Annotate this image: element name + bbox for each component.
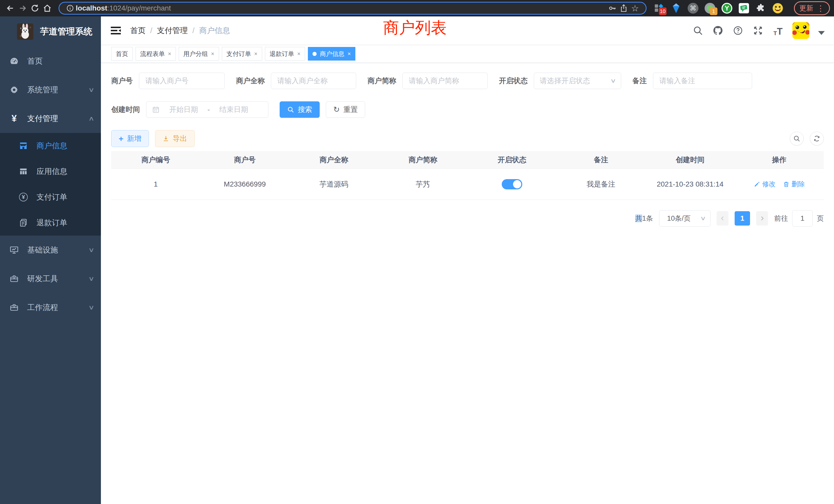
create-time-range-picker[interactable]: 开始日期 - 结束日期 — [146, 101, 268, 118]
table-header-row: 商户编号 商户号 商户全称 商户简称 开启状态 备注 创建时间 操作 — [111, 151, 824, 168]
user-avatar[interactable] — [792, 22, 809, 39]
extension-tiles-icon[interactable]: 10 — [654, 3, 664, 14]
monitor-chart-icon — [9, 245, 19, 255]
status-select[interactable]: 请选择开启状态 ∨ — [534, 73, 621, 89]
pagination-total: 共1条 — [635, 214, 653, 223]
close-icon[interactable]: × — [168, 50, 171, 57]
address-bar[interactable]: localhost:1024/pay/merchant ☆ — [59, 2, 646, 15]
remark-input[interactable] — [659, 76, 746, 85]
share-icon[interactable] — [618, 3, 629, 14]
yen-icon: ¥ — [9, 114, 19, 123]
sidebar-item-home[interactable]: 首页 — [0, 47, 101, 75]
browser-back-icon[interactable] — [4, 2, 17, 14]
start-date-placeholder[interactable]: 开始日期 — [164, 105, 203, 114]
font-size-icon[interactable]: TT — [772, 25, 784, 36]
sidebar-item-workflow[interactable]: 工作流程 ∨ — [0, 293, 101, 322]
field-remark: 备注 — [632, 73, 752, 89]
merchant-fullname-input[interactable] — [277, 76, 350, 85]
bookmark-star-icon[interactable]: ☆ — [629, 3, 641, 14]
close-icon[interactable]: × — [347, 50, 351, 57]
close-icon[interactable]: × — [254, 50, 258, 57]
url-host: localhost — [76, 4, 107, 12]
reset-button[interactable]: ↻ 重置 — [326, 101, 365, 118]
breadcrumb-current: 商户信息 — [199, 25, 230, 36]
page-number-1[interactable]: 1 — [734, 211, 750, 226]
sidebar: 芋道管理系统 首页 系统管理 ∨ ¥ 支付管理 ∧ — [0, 17, 101, 504]
extension-badge: 10 — [659, 7, 666, 15]
chrome-update-button[interactable]: 更新 ⋮ — [794, 1, 830, 15]
search-form-row-1: 商户号 商户全称 商户简称 开启状态 请选择开启状态 — [111, 73, 824, 89]
merchant-shortname-input[interactable] — [408, 76, 482, 85]
sidebar-item-infra[interactable]: 基础设施 ∨ — [0, 235, 101, 264]
store-icon — [19, 141, 28, 150]
sidebar-logo[interactable]: 芋道管理系统 — [0, 17, 101, 47]
prev-page-button[interactable] — [717, 211, 728, 226]
pagination: 共1条 10条/页 ∨ 1 前往 页 — [111, 210, 824, 227]
breadcrumb-home[interactable]: 首页 — [130, 25, 146, 36]
chevron-down-icon: ∨ — [88, 275, 95, 282]
tab-home[interactable]: 首页 — [111, 47, 133, 61]
tab-pay-order[interactable]: 支付订单 × — [222, 47, 262, 61]
extensions-puzzle-icon[interactable] — [755, 3, 766, 14]
extension-command-icon[interactable]: ⌘ — [688, 3, 698, 14]
extension-gem-icon[interactable] — [671, 3, 681, 14]
gear-icon — [9, 85, 19, 95]
status-toggle[interactable] — [502, 179, 522, 189]
breadcrumb-pay[interactable]: 支付管理 — [157, 25, 188, 36]
sidebar-item-app-info[interactable]: 应用信息 — [0, 159, 101, 184]
close-icon[interactable]: × — [297, 50, 301, 57]
sidebar-collapse-icon[interactable] — [110, 25, 122, 36]
end-date-placeholder[interactable]: 结束日期 — [214, 105, 253, 114]
content: 首页 / 支付管理 / 商户信息 — [101, 17, 834, 504]
tab-refund-order[interactable]: 退款订单 × — [265, 47, 305, 61]
field-merchant-shortname: 商户简称 — [368, 73, 488, 89]
add-button[interactable]: + 新增 — [111, 130, 149, 147]
extension-y-icon[interactable]: Y — [722, 3, 732, 14]
active-tab-dot — [312, 52, 316, 56]
next-page-button[interactable] — [756, 211, 768, 226]
sidebar-item-merchant-info[interactable]: 商户信息 — [0, 133, 101, 159]
goto-page-input[interactable] — [792, 210, 813, 227]
sidebar-item-pay-order[interactable]: ¥ 支付订单 — [0, 184, 101, 210]
search-icon[interactable] — [692, 25, 704, 36]
browser-home-icon[interactable] — [41, 2, 53, 14]
chevron-down-icon: ∨ — [88, 246, 95, 254]
top-navbar: 首页 / 支付管理 / 商户信息 — [101, 17, 834, 45]
profile-smiley-avatar[interactable] — [772, 3, 783, 14]
fullscreen-icon[interactable] — [752, 25, 764, 36]
extension-recorder-icon[interactable]: 1 — [705, 3, 716, 14]
refresh-table-icon-button[interactable] — [810, 132, 824, 145]
sidebar-item-refund-order[interactable]: 退款订单 — [0, 210, 101, 235]
chevron-down-icon: ∨ — [88, 304, 95, 311]
chevron-down-icon: ∨ — [700, 215, 706, 222]
search-button[interactable]: 搜索 — [280, 101, 320, 118]
avatar-caret-down-icon[interactable] — [818, 31, 825, 35]
toolbox-icon — [9, 274, 19, 283]
password-key-icon[interactable] — [607, 3, 618, 14]
tab-merchant-info[interactable]: 商户信息 × — [308, 47, 355, 61]
field-merchant-no: 商户号 — [111, 73, 225, 89]
close-icon[interactable]: × — [211, 50, 214, 57]
page-size-select[interactable]: 10条/页 ∨ — [659, 210, 710, 227]
edit-link[interactable]: 修改 — [754, 180, 776, 189]
browser-forward-icon[interactable] — [17, 2, 29, 14]
extension-chat-icon[interactable] — [739, 3, 749, 14]
tab-process-form[interactable]: 流程表单 × — [136, 47, 176, 61]
merchant-no-input[interactable] — [145, 76, 219, 85]
sidebar-item-dev-tools[interactable]: 研发工具 ∨ — [0, 264, 101, 293]
github-icon[interactable] — [712, 25, 724, 36]
tab-user-group[interactable]: 用户分组 × — [179, 47, 219, 61]
sidebar-item-pay[interactable]: ¥ 支付管理 ∧ — [0, 104, 101, 133]
help-icon[interactable] — [732, 25, 744, 36]
site-info-icon[interactable] — [64, 3, 76, 14]
sidebar-item-system[interactable]: 系统管理 ∨ — [0, 75, 101, 104]
cell-merchant-no: M233666999 — [200, 180, 289, 188]
chrome-menu-kebab-icon[interactable]: ⋮ — [817, 4, 825, 13]
breadcrumb-separator: / — [150, 26, 152, 35]
pagination-goto: 前往 页 — [774, 210, 824, 227]
delete-link[interactable]: 删除 — [783, 180, 805, 189]
search-form-row-2: 创建时间 开始日期 - 结束日期 搜索 — [111, 101, 824, 118]
browser-reload-icon[interactable] — [29, 2, 41, 14]
toggle-search-icon-button[interactable] — [790, 132, 804, 145]
export-button[interactable]: 导出 — [155, 130, 195, 147]
